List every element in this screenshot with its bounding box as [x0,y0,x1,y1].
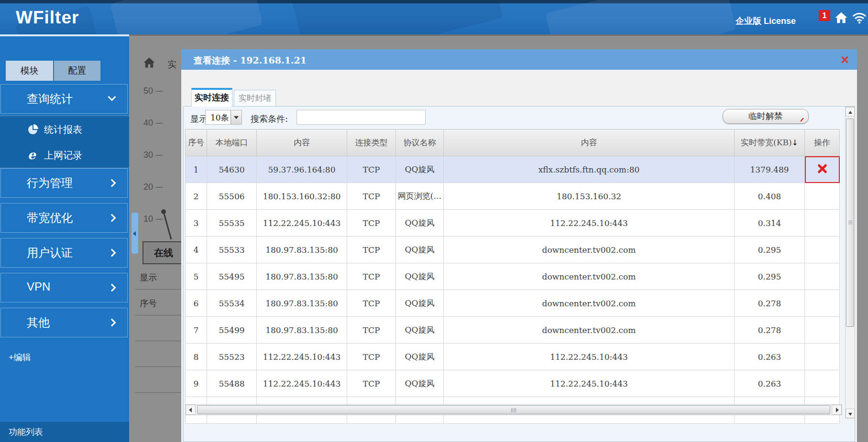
table-cell: TCP [347,237,396,263]
table-cell: 4 [186,237,207,263]
table-cell: 180.153.160.32 [444,183,735,210]
sort-desc-icon: ↓ [792,138,798,147]
chevron-right-icon [108,249,116,257]
table-cell: TCP [347,263,396,290]
sidebar-item-label: 带宽优化 [27,210,73,226]
table-cell: 112.22.245.10:443 [444,210,735,237]
scroll-down-arrow[interactable] [846,409,855,418]
table-cell: 0.408 [735,183,805,210]
report-chart-icon [28,123,39,135]
sidebar-item-bandwidth[interactable]: 带宽优化 [0,203,128,233]
page-size-select[interactable]: 10条 [205,110,242,125]
table-cell: 112.22.245.10:443 [257,210,347,237]
connections-table: 序号本地端口内容连接类型协议名称内容实时带宽(KB)↓操作 15463059.3… [185,129,840,424]
sidebar-collapse-handle[interactable] [132,213,138,254]
table-cell: QQ旋风 [396,210,444,237]
sidebar-item-label: 查询统计 [27,91,73,107]
sidebar-item-query-stats[interactable]: 查询统计 [0,84,128,114]
table-cell: 55488 [207,370,257,397]
tab-content-panel: 显示 10条 搜索条件: 临时解禁 序号本地端口内容连接类型协议名称内容实时带宽… [183,106,855,442]
table-cell: QQ旋风 [396,290,444,317]
table-cell: QQ旋风 [396,370,444,397]
home-icon[interactable] [834,11,848,25]
sidebar-item-vpn[interactable]: VPN [0,273,128,302]
search-label: 搜索条件: [251,113,288,125]
column-header: 操作 [805,129,840,156]
operation-cell [805,370,840,397]
table-cell: 55523 [207,344,257,370]
table-cell: 0.278 [735,290,805,317]
vertical-scrollbar[interactable] [845,107,855,419]
function-list-bar[interactable]: 功能列表 [0,422,129,442]
tab-realtime-connections[interactable]: 实时连接 [191,88,232,107]
search-input[interactable] [297,110,426,125]
sidebar-tab-config[interactable]: 配置 [54,61,100,81]
sidebar-item-web-records[interactable]: e 上网记录 [0,142,129,168]
table-cell: TCP [347,344,396,370]
table-cell: 0.263 [735,344,805,370]
sidebar-tab-modules[interactable]: 模块 [6,61,53,81]
table-cell: 180.97.83.135:80 [257,263,347,290]
keyboard-decor [110,0,263,34]
operation-cell [805,210,840,237]
table-cell: TCP [347,156,396,183]
table-cell: 0.263 [735,370,805,397]
table-cell: xflx.szbtfs.ftn.qq.com:80 [444,156,735,183]
table-row: 855523112.22.245.10:443TCPQQ旋风112.22.245… [186,344,840,370]
vertical-scroll-thumb[interactable] [846,119,854,327]
keyboard-decor [291,0,503,34]
view-connections-dialog: 查看连接 - 192.168.1.21 实时连接 实时封堵 显示 10条 搜索条… [181,49,857,442]
column-header[interactable]: 实时带宽(KB)↓ [735,129,805,156]
column-header: 本地端口 [207,129,257,156]
table-cell: QQ旋风 [396,344,444,370]
table-cell: 55499 [207,317,257,344]
sidebar-item-behavior[interactable]: 行为管理 [0,168,128,198]
table-cell: downcenter.tv002.com [444,237,735,263]
dialog-header: 查看连接 - 192.168.1.21 [181,49,857,71]
tab-realtime-blocks[interactable]: 实时封堵 [234,90,276,107]
table-cell: TCP [347,370,396,397]
sidebar-item-stat-reports[interactable]: 统计报表 [0,116,129,142]
scroll-left-arrow[interactable] [186,405,196,415]
table-cell: 59.37.96.164:80 [257,156,347,183]
license-label: 企业版 License [736,15,796,27]
delete-connection-icon[interactable] [816,163,828,174]
table-cell: 55535 [207,210,257,237]
table-cell: QQ旋风 [396,156,444,183]
column-header: 内容 [257,129,347,156]
operation-cell [805,237,840,263]
sidebar-item-label: 用户认证 [27,245,73,260]
table-cell: 1379.489 [735,156,805,183]
sidebar-item-auth[interactable]: 用户认证 [0,238,128,268]
select-dropdown-icon[interactable] [231,110,242,124]
top-bar: WFilter 企业版 License 1 [0,0,868,34]
table-cell: 55533 [207,237,257,263]
table-cell: 0.295 [735,237,805,263]
table-cell: 1 [186,156,207,183]
sidebar-item-other[interactable]: 其他 [0,308,128,337]
wifi-icon[interactable] [852,11,867,25]
horizontal-scroll-thumb[interactable] [197,405,830,414]
scroll-up-arrow[interactable] [846,107,855,117]
table-cell: 3 [186,210,207,237]
horizontal-scrollbar[interactable] [185,404,842,415]
operation-cell[interactable] [805,156,840,183]
table-cell: 180.97.83.135:80 [257,290,347,317]
edit-menu-link[interactable]: +编辑 [9,352,31,363]
table-cell: 网页浏览(… [396,183,444,210]
scroll-right-arrow[interactable] [832,405,842,415]
table-cell: TCP [347,183,396,210]
table-cell: 2 [186,183,207,210]
table-row: 15463059.37.96.164:80TCPQQ旋风xflx.szbtfs.… [186,156,840,183]
operation-cell [805,263,840,290]
table-cell: 0.314 [735,210,805,237]
connections-tbody: 15463059.37.96.164:80TCPQQ旋风xflx.szbtfs.… [186,156,840,424]
table-row: 455533180.97.83.135:80TCPQQ旋风downcenter.… [186,237,840,263]
sidebar-item-label: 行为管理 [27,175,73,191]
temporary-unblock-button[interactable]: 临时解禁 [723,109,809,124]
close-icon[interactable] [840,55,849,65]
table-cell: 0.295 [735,263,805,290]
sidebar-submenu: 统计报表 e 上网记录 [0,116,129,168]
notification-badge[interactable]: 1 [819,10,830,21]
table-cell: 180.97.83.135:80 [257,237,347,263]
